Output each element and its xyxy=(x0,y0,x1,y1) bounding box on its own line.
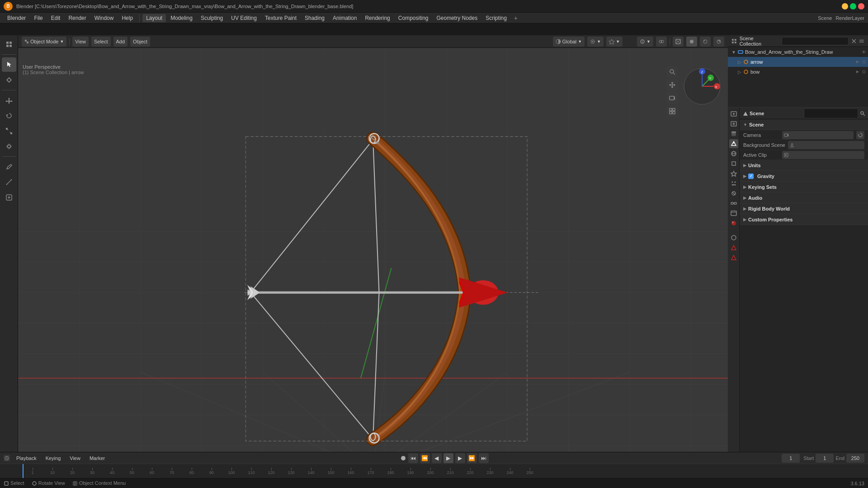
select-menu[interactable]: Select xyxy=(91,37,111,47)
arrow-vis-icon[interactable] xyxy=(855,60,860,64)
jump-start-button[interactable]: ⏮ xyxy=(408,453,418,463)
gravity-checkbox[interactable]: ✓ xyxy=(748,174,754,179)
add-menu[interactable]: Add xyxy=(113,37,128,47)
workspace-tab-rendering[interactable]: Rendering xyxy=(361,14,393,22)
start-frame-input[interactable]: 1 xyxy=(816,454,834,463)
keying-control[interactable]: Keying xyxy=(43,455,64,462)
outliner-item-bow[interactable]: ▷ bow xyxy=(728,67,868,77)
current-frame-input[interactable]: 1 xyxy=(782,454,800,463)
prev-keyframe-button[interactable]: ⏪ xyxy=(420,453,430,463)
move-tool[interactable] xyxy=(2,93,16,108)
select-tool[interactable] xyxy=(2,57,16,72)
next-frame-button[interactable]: ▶ xyxy=(455,453,465,463)
menu-edit[interactable]: Edit xyxy=(47,14,64,22)
outliner-search[interactable] xyxy=(782,37,849,45)
props-extra-icon2[interactable] xyxy=(729,243,738,252)
add-workspace-button[interactable]: + xyxy=(511,14,520,23)
viewport-shading-selector[interactable]: Global ▼ xyxy=(553,37,585,47)
viewport-grid-toggle[interactable] xyxy=(666,105,678,117)
audio-section-header[interactable]: ▶ Audio xyxy=(740,192,868,203)
workspace-tab-texture-paint[interactable]: Texture Paint xyxy=(261,14,300,22)
object-mode-selector[interactable]: Object Mode ▼ xyxy=(22,37,66,47)
props-view-layer-icon[interactable] xyxy=(729,129,738,138)
workspace-tab-uv-editing[interactable]: UV Editing xyxy=(227,14,260,22)
props-object-icon[interactable] xyxy=(729,159,738,168)
annotate-tool[interactable] xyxy=(2,160,16,174)
props-data-icon[interactable] xyxy=(729,209,738,218)
workspace-tab-shading[interactable]: Shading xyxy=(301,14,328,22)
maximize-button[interactable] xyxy=(850,3,856,9)
prev-frame-button[interactable]: ◀ xyxy=(432,453,442,463)
outliner-item[interactable]: ▼ Bow_and_Arrow_with_the_String_Draw 👁 xyxy=(728,47,868,57)
props-scene-icon[interactable] xyxy=(729,139,738,148)
props-extra-icon1[interactable] xyxy=(729,233,738,242)
bow-render-icon[interactable] xyxy=(862,70,866,74)
props-modifier-icon[interactable] xyxy=(729,169,738,178)
rendered-shading[interactable] xyxy=(713,37,724,47)
props-material-icon[interactable] xyxy=(729,219,738,228)
material-preview-shading[interactable] xyxy=(700,37,711,47)
close-button[interactable] xyxy=(858,3,864,9)
snap-toggle[interactable]: ▼ xyxy=(606,37,623,47)
mode-selector[interactable] xyxy=(1,37,17,52)
background-scene-value[interactable] xyxy=(788,141,864,149)
menu-render[interactable]: Render xyxy=(65,14,90,22)
workspace-tab-geometry-nodes[interactable]: Geometry Nodes xyxy=(433,14,481,22)
next-keyframe-button[interactable]: ⏩ xyxy=(467,453,477,463)
jump-end-button[interactable]: ⏭ xyxy=(479,453,489,463)
view-menu[interactable]: View xyxy=(72,37,89,47)
render-layer-selector[interactable]: RenderLayer xyxy=(835,15,864,21)
custom-properties-section-header[interactable]: ▶ Custom Properties xyxy=(740,214,868,225)
props-particles-icon[interactable] xyxy=(729,179,738,188)
add-tool[interactable] xyxy=(2,190,16,205)
workspace-tab-compositing[interactable]: Compositing xyxy=(395,14,432,22)
visibility-icon[interactable]: 👁 xyxy=(862,50,866,55)
outliner-item-arrow[interactable]: ▷ arrow xyxy=(728,57,868,67)
menu-blender[interactable]: Blender xyxy=(4,14,29,22)
viewport-pan[interactable] xyxy=(666,79,678,91)
solid-shading[interactable] xyxy=(686,37,697,47)
minimize-button[interactable] xyxy=(842,3,848,9)
scale-tool[interactable] xyxy=(2,124,16,138)
scene-section-header[interactable]: ▼ Scene xyxy=(740,119,868,130)
arrow-render-icon[interactable] xyxy=(862,60,866,64)
props-physics-icon[interactable] xyxy=(729,189,738,198)
viewport-zoom-toggle[interactable] xyxy=(666,66,678,78)
active-clip-value[interactable] xyxy=(782,151,864,159)
object-menu[interactable]: Object xyxy=(130,37,150,47)
props-output-icon[interactable] xyxy=(729,119,738,128)
bow-vis-icon[interactable] xyxy=(855,70,860,74)
props-render-icon[interactable] xyxy=(729,109,738,118)
marker-control[interactable]: Marker xyxy=(87,455,108,462)
workspace-tab-layout[interactable]: Layout xyxy=(142,14,166,22)
viewport-camera[interactable] xyxy=(666,92,678,104)
props-constraints-icon[interactable] xyxy=(729,199,738,208)
scene-selector[interactable]: Scene xyxy=(818,15,832,21)
rotate-tool[interactable] xyxy=(2,108,16,123)
end-frame-input[interactable]: 250 xyxy=(846,454,864,463)
wireframe-shading[interactable] xyxy=(673,37,684,47)
playback-control[interactable]: Playback xyxy=(14,455,39,462)
props-extra-icon3[interactable] xyxy=(729,253,738,262)
workspace-tab-animation[interactable]: Animation xyxy=(329,14,360,22)
menu-window[interactable]: Window xyxy=(91,14,118,22)
workspace-tab-sculpting[interactable]: Sculpting xyxy=(197,14,226,22)
cursor-tool[interactable] xyxy=(2,73,16,87)
props-search[interactable] xyxy=(804,108,858,118)
xray-toggle[interactable] xyxy=(656,37,667,47)
timeline-ruler[interactable]: 1 10 20 30 40 50 xyxy=(0,464,868,479)
navigation-gizmo[interactable]: X Y Z xyxy=(682,66,722,107)
viewport-overlay-toggle[interactable]: ▼ xyxy=(637,37,653,47)
camera-value[interactable] xyxy=(782,131,854,139)
viewport[interactable]: Object Mode ▼ View Select Add Object Glo… xyxy=(18,35,728,452)
menu-help[interactable]: Help xyxy=(118,14,137,22)
play-pause-button[interactable]: ▶ xyxy=(443,453,453,463)
units-section-header[interactable]: ▶ Units xyxy=(740,160,868,171)
camera-pick-button[interactable] xyxy=(856,131,864,139)
rigid-body-world-section-header[interactable]: ▶ Rigid Body World xyxy=(740,203,868,214)
workspace-tab-scripting[interactable]: Scripting xyxy=(482,14,510,22)
props-world-icon[interactable] xyxy=(729,149,738,158)
measure-tool[interactable] xyxy=(2,175,16,189)
viewport-canvas[interactable]: User Perspective (1) Scene Collection | … xyxy=(18,48,728,452)
keying-sets-section-header[interactable]: ▶ Keying Sets xyxy=(740,182,868,192)
